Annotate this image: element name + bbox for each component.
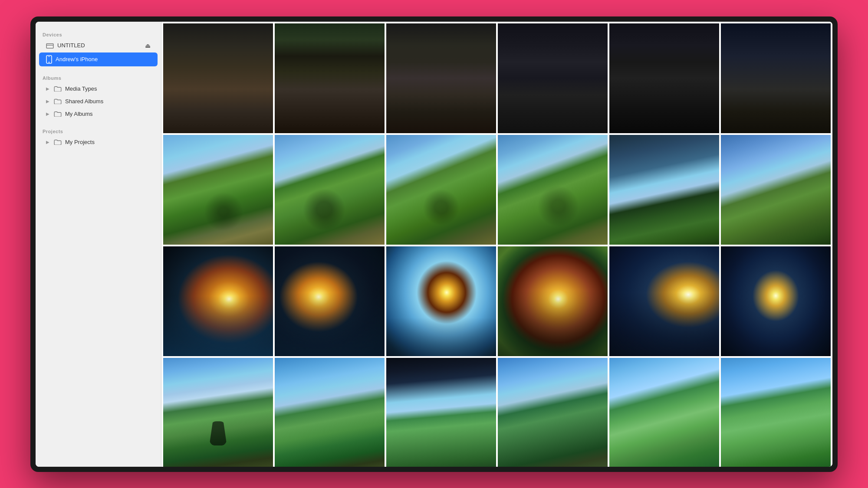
sidebar-section-devices: Devices bbox=[36, 29, 161, 39]
photo-cell[interactable] bbox=[609, 358, 719, 467]
phone-icon bbox=[46, 55, 52, 64]
photo-cell[interactable] bbox=[609, 135, 719, 245]
my-albums-label: My Albums bbox=[65, 111, 151, 117]
main-content[interactable] bbox=[161, 22, 832, 467]
photo-cell[interactable] bbox=[163, 23, 273, 133]
sidebar-item-untitled[interactable]: UNTITLED ⏏ bbox=[39, 39, 158, 52]
sidebar-item-shared-albums[interactable]: ▶ Shared Albums bbox=[39, 95, 158, 107]
photo-cell[interactable] bbox=[275, 23, 385, 133]
sidebar-section-albums: Albums bbox=[36, 72, 161, 82]
screen: Devices UNTITLED ⏏ Andrew's iPhone bbox=[36, 22, 832, 467]
photo-cell[interactable] bbox=[498, 358, 608, 467]
photo-cell[interactable] bbox=[386, 23, 496, 133]
laptop-frame: Devices UNTITLED ⏏ Andrew's iPhone bbox=[30, 16, 838, 472]
photo-cell[interactable] bbox=[721, 135, 831, 245]
photo-cell[interactable] bbox=[275, 135, 385, 245]
media-types-label: Media Types bbox=[65, 85, 151, 92]
chevron-icon-myalbums: ▶ bbox=[46, 111, 49, 116]
photo-cell[interactable] bbox=[386, 246, 496, 356]
folder-icon-myalbums bbox=[54, 111, 62, 117]
svg-point-2 bbox=[49, 62, 49, 62]
chevron-icon-shared: ▶ bbox=[46, 99, 49, 104]
photo-cell[interactable] bbox=[386, 135, 496, 245]
sidebar: Devices UNTITLED ⏏ Andrew's iPhone bbox=[36, 22, 161, 467]
untitled-label: UNTITLED bbox=[57, 42, 141, 49]
my-projects-label: My Projects bbox=[65, 139, 151, 145]
photo-cell[interactable] bbox=[275, 358, 385, 467]
photo-cell[interactable] bbox=[721, 246, 831, 356]
photo-cell[interactable] bbox=[163, 246, 273, 356]
photo-cell[interactable] bbox=[721, 23, 831, 133]
chevron-icon-projects: ▶ bbox=[46, 140, 49, 144]
photo-cell[interactable] bbox=[498, 135, 608, 245]
sidebar-item-my-projects[interactable]: ▶ My Projects bbox=[39, 136, 158, 148]
drive-icon bbox=[46, 43, 54, 49]
photo-cell[interactable] bbox=[163, 135, 273, 245]
sidebar-item-media-types[interactable]: ▶ Media Types bbox=[39, 83, 158, 95]
folder-icon-projects bbox=[54, 139, 62, 145]
photo-grid bbox=[161, 22, 832, 467]
photo-cell[interactable] bbox=[386, 358, 496, 467]
sidebar-item-my-albums[interactable]: ▶ My Albums bbox=[39, 108, 158, 120]
sidebar-item-iphone[interactable]: Andrew's iPhone bbox=[39, 52, 158, 66]
photo-cell[interactable] bbox=[609, 246, 719, 356]
photo-cell[interactable] bbox=[498, 246, 608, 356]
eject-button[interactable]: ⏏ bbox=[145, 42, 151, 49]
folder-icon-media bbox=[54, 85, 62, 92]
shared-albums-label: Shared Albums bbox=[65, 98, 151, 105]
folder-icon-shared bbox=[54, 98, 62, 104]
iphone-label: Andrew's iPhone bbox=[56, 56, 151, 62]
photo-cell[interactable] bbox=[498, 23, 608, 133]
svg-rect-3 bbox=[48, 56, 50, 57]
chevron-icon: ▶ bbox=[46, 86, 49, 91]
photo-cell[interactable] bbox=[163, 358, 273, 467]
photo-cell[interactable] bbox=[721, 358, 831, 467]
sidebar-section-projects: Projects bbox=[36, 125, 161, 136]
photo-cell[interactable] bbox=[275, 246, 385, 356]
photo-cell[interactable] bbox=[609, 23, 719, 133]
svg-rect-0 bbox=[46, 43, 53, 48]
